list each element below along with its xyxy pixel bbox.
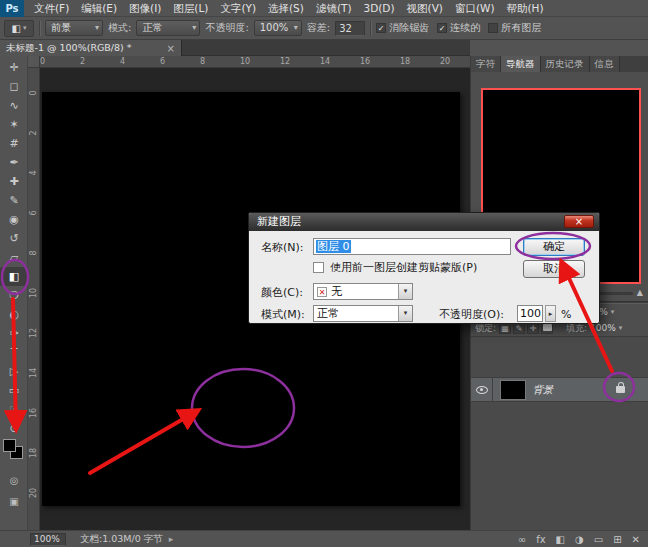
- new-layer-icon[interactable]: ⊞: [613, 534, 621, 545]
- layer-group-icon[interactable]: ▭: [594, 534, 603, 545]
- magic-wand-tool[interactable]: ✶: [0, 115, 28, 134]
- hand-tool[interactable]: ☞: [0, 400, 28, 419]
- brush-tool-icon: ✎: [9, 194, 18, 207]
- crop-tool-icon: #: [9, 137, 18, 150]
- marquee-tool[interactable]: ◻: [0, 77, 28, 96]
- zoom-in-icon[interactable]: ▲: [637, 287, 643, 299]
- panel-tab-history[interactable]: 历史记录: [541, 56, 590, 72]
- layer-name[interactable]: 背景: [533, 383, 616, 397]
- panel-tab-navigator[interactable]: 导航器: [501, 56, 541, 72]
- delete-layer-icon[interactable]: ✕: [632, 534, 640, 545]
- foreground-color-swatch[interactable]: [3, 439, 16, 452]
- menu-item[interactable]: 编辑(E): [75, 0, 123, 17]
- opacity-slider-arrow-icon[interactable]: ▸: [545, 305, 556, 322]
- layer-effects-icon[interactable]: fx: [536, 534, 545, 545]
- dialog-mode-select[interactable]: 正常 ▾: [313, 305, 413, 322]
- color-value: 无: [331, 284, 342, 299]
- menu-item[interactable]: 选择(S): [262, 0, 310, 17]
- visibility-toggle[interactable]: [471, 377, 493, 402]
- quick-mask-icon[interactable]: ◎: [0, 470, 28, 491]
- dodge-tool[interactable]: ◐: [0, 305, 28, 324]
- menu-item[interactable]: 图像(I): [123, 0, 167, 17]
- shape-tool[interactable]: ▭: [0, 381, 28, 400]
- name-input[interactable]: 图层 0: [313, 238, 511, 255]
- menu-item[interactable]: 3D(D): [357, 0, 400, 17]
- paint-bucket-tool[interactable]: ◧: [0, 267, 28, 286]
- chevron-down-icon: ▾: [95, 21, 99, 35]
- menu-item[interactable]: 图层(L): [167, 0, 214, 17]
- opacity-select[interactable]: 100% ▾: [254, 20, 302, 36]
- cancel-button[interactable]: 取消: [523, 260, 585, 278]
- pen-tool[interactable]: ✑: [0, 324, 28, 343]
- marquee-tool-icon: ◻: [9, 80, 18, 93]
- ruler-label: 14: [320, 57, 330, 66]
- dialog-opacity-label: 不透明度(O):: [439, 308, 504, 322]
- dialog-close-button[interactable]: ×: [564, 215, 594, 228]
- ruler-label: 8: [29, 247, 39, 259]
- clone-stamp-tool[interactable]: ◉: [0, 210, 28, 229]
- brush-tool[interactable]: ✎: [0, 191, 28, 210]
- zoom-tool[interactable]: ⊙: [0, 419, 28, 438]
- eyedropper-tool[interactable]: ✒: [0, 153, 28, 172]
- fill-source-select[interactable]: 前景 ▾: [45, 20, 103, 36]
- eye-icon: [476, 386, 488, 394]
- option-checkbox[interactable]: 所有图层: [488, 21, 541, 35]
- eraser-tool[interactable]: ▱: [0, 248, 28, 267]
- ruler-label: 14: [29, 367, 39, 379]
- paint-bucket-icon: ◧: [12, 23, 21, 34]
- layer-mask-icon[interactable]: ◧: [556, 534, 565, 545]
- checkbox-icon: ✓: [437, 23, 447, 33]
- tolerance-label: 容差:: [307, 21, 330, 35]
- path-selection-tool[interactable]: ▷: [0, 362, 28, 381]
- status-arrow-icon[interactable]: ▸: [169, 534, 174, 544]
- percent-label: %: [561, 308, 571, 322]
- menu-item[interactable]: 滤镜(T): [310, 0, 358, 17]
- ruler-label: 2: [29, 127, 39, 139]
- type-tool[interactable]: T: [0, 343, 28, 362]
- document-tab[interactable]: 未标题-1 @ 100%(RGB/8) * ×: [0, 40, 182, 56]
- history-brush-tool[interactable]: ↺: [0, 229, 28, 248]
- option-checkbox[interactable]: ✓消除锯齿: [376, 21, 429, 35]
- move-tool[interactable]: ✛: [0, 58, 28, 77]
- chevron-down-icon: ▾: [23, 24, 27, 32]
- blur-tool[interactable]: ❍: [0, 286, 28, 305]
- blend-mode-select-options[interactable]: 正常 ▾: [136, 20, 200, 36]
- panel-tab-info[interactable]: 信息: [590, 56, 620, 72]
- pen-tool-icon: ✑: [9, 327, 18, 340]
- quick-mask-icon: ◎: [10, 475, 19, 486]
- menu-item[interactable]: 帮助(H): [501, 0, 550, 17]
- clipping-mask-checkbox[interactable]: [313, 262, 324, 273]
- dodge-tool-icon: ◐: [9, 308, 19, 321]
- ruler-label: 0: [29, 87, 39, 99]
- screen-mode-icon[interactable]: ▣: [0, 491, 28, 512]
- eyedropper-tool-icon: ✒: [9, 156, 18, 169]
- dialog-opacity-input[interactable]: 100: [517, 305, 543, 322]
- menu-item[interactable]: 文字(Y): [214, 0, 262, 17]
- menu-item[interactable]: 窗口(W): [449, 0, 501, 17]
- healing-brush-tool[interactable]: ✚: [0, 172, 28, 191]
- color-select[interactable]: ✕ 无 ▾: [313, 283, 413, 300]
- dialog-body: 名称(N): 图层 0 确定 取消 使用前一图层创建剪贴蒙版(P) 颜色(C):…: [249, 231, 599, 323]
- fill-value[interactable]: 100%: [590, 323, 616, 333]
- adjustment-layer-icon[interactable]: ◑: [575, 534, 584, 545]
- menu-item[interactable]: 视图(V): [401, 0, 449, 17]
- ruler-label: 20: [440, 57, 450, 66]
- lasso-tool[interactable]: ∿: [0, 96, 28, 115]
- tool-preset-dropdown[interactable]: ◧ ▾: [4, 20, 34, 37]
- layer-row-background[interactable]: 背景: [471, 377, 648, 402]
- dialog-title-bar[interactable]: 新建图层 ×: [249, 213, 599, 231]
- layers-footer-icons: ∞fx◧◑▭⊞✕: [518, 534, 648, 545]
- panel-tab-character[interactable]: 字符: [471, 56, 501, 72]
- menu-item[interactable]: 文件(F): [28, 0, 75, 17]
- close-icon[interactable]: ×: [167, 43, 175, 54]
- tolerance-input[interactable]: 32: [335, 21, 365, 36]
- zoom-level-field[interactable]: 100%: [30, 533, 66, 546]
- link-layers-icon[interactable]: ∞: [518, 534, 526, 545]
- crop-tool[interactable]: #: [0, 134, 28, 153]
- option-checkbox[interactable]: ✓连续的: [437, 21, 480, 35]
- opacity-value: 100%: [260, 22, 289, 33]
- layer-thumbnail[interactable]: [500, 380, 526, 400]
- lasso-tool-icon: ∿: [9, 99, 18, 112]
- photoshop-window: Ps 文件(F)编辑(E)图像(I)图层(L)文字(Y)选择(S)滤镜(T)3D…: [0, 0, 648, 547]
- ok-button[interactable]: 确定: [523, 238, 585, 256]
